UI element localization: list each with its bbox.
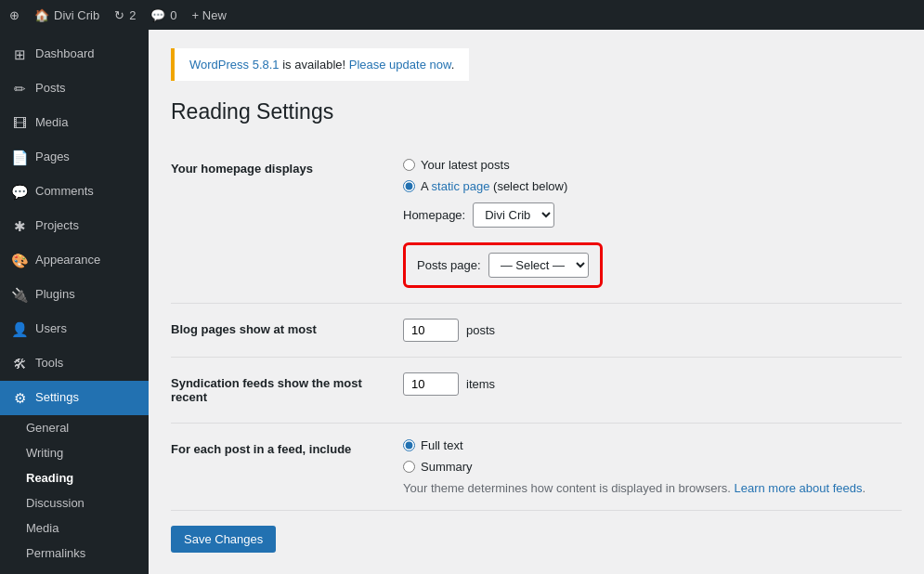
- sidebar-item-dashboard[interactable]: ⊞ Dashboard: [0, 37, 149, 72]
- homepage-value: Your latest posts A static page (select …: [394, 143, 902, 304]
- blog-pages-suffix: posts: [466, 323, 495, 337]
- summary-radio[interactable]: [403, 461, 415, 473]
- submenu-item-permalinks[interactable]: Permalinks: [0, 541, 149, 566]
- main-content: WordPress 5.8.1 is available! Please upd…: [149, 30, 924, 574]
- comments-count[interactable]: 💬 0: [150, 8, 176, 22]
- sidebar-item-appearance[interactable]: 🎨 Appearance: [0, 243, 149, 278]
- static-page-link[interactable]: static page: [432, 179, 490, 193]
- blog-pages-value: posts: [394, 304, 902, 358]
- latest-posts-option: Your latest posts: [403, 158, 892, 172]
- home-icon: 🏠: [34, 8, 49, 22]
- feed-content-value: Full text Summary Your theme determines …: [394, 424, 902, 511]
- sidebar-item-pages[interactable]: 📄 Pages: [0, 140, 149, 175]
- settings-submenu: General Writing Reading Discussion Media…: [0, 415, 149, 566]
- submenu-item-reading[interactable]: Reading: [0, 465, 149, 490]
- homepage-dropdown-row: Homepage: Divi Crib Home Blog About: [403, 202, 892, 228]
- posts-page-select[interactable]: — Select — Blog News Posts: [488, 253, 589, 278]
- admin-bar: ⊕ 🏠 Divi Crib ↻ 2 💬 0 + New: [0, 0, 924, 30]
- feeds-row: Syndication feeds show the most recent i…: [171, 358, 902, 424]
- settings-icon: ⚙: [11, 388, 28, 408]
- blog-pages-label: Blog pages show at most: [171, 304, 394, 358]
- sidebar-item-label: Settings: [35, 389, 79, 406]
- plugins-icon: 🔌: [11, 285, 28, 305]
- appearance-icon: 🎨: [11, 251, 28, 270]
- feed-content-radio-group: Full text Summary: [403, 438, 892, 474]
- submenu-item-discussion[interactable]: Discussion: [0, 490, 149, 515]
- update-notice: WordPress 5.8.1 is available! Please upd…: [171, 48, 469, 81]
- homepage-label: Your homepage displays: [171, 143, 394, 304]
- posts-page-highlighted-row: Posts page: — Select — Blog News Posts: [403, 242, 603, 288]
- full-text-label: Full text: [421, 438, 463, 452]
- feed-content-label: For each post in a feed, include: [171, 424, 394, 511]
- submenu-item-media[interactable]: Media: [0, 515, 149, 541]
- feed-note: Your theme determines how content is dis…: [403, 481, 892, 495]
- sidebar-item-label: Plugins: [35, 286, 75, 303]
- sidebar-item-users[interactable]: 👤 Users: [0, 312, 149, 346]
- summary-option: Summary: [403, 460, 892, 474]
- static-page-label: A static page (select below): [421, 179, 567, 193]
- update-now-link[interactable]: Please update now: [349, 58, 451, 72]
- homepage-row: Your homepage displays Your latest posts: [171, 143, 902, 304]
- save-button[interactable]: Save Changes: [171, 526, 276, 553]
- sidebar-item-label: Media: [35, 114, 68, 131]
- wp-logo[interactable]: ⊕: [9, 8, 20, 22]
- new-menu[interactable]: + New: [192, 8, 227, 22]
- feeds-input[interactable]: [403, 372, 459, 396]
- posts-page-wrapper: Posts page: — Select — Blog News Posts: [403, 235, 892, 288]
- submenu-item-general[interactable]: General: [0, 415, 149, 440]
- users-icon: 👤: [11, 320, 28, 339]
- update-version-link[interactable]: WordPress 5.8.1: [189, 58, 280, 72]
- feeds-suffix: items: [466, 377, 495, 391]
- sidebar-item-label: Posts: [35, 80, 66, 97]
- blog-pages-row: Blog pages show at most posts: [171, 304, 902, 358]
- sidebar-item-label: Users: [35, 320, 67, 337]
- sidebar-item-plugins[interactable]: 🔌 Plugins: [0, 278, 149, 312]
- static-page-option: A static page (select below): [403, 179, 892, 193]
- sidebar-item-label: Appearance: [35, 252, 100, 268]
- sidebar-item-settings[interactable]: ⚙ Settings: [0, 381, 149, 415]
- sidebar-item-tools[interactable]: 🛠 Tools: [0, 346, 149, 381]
- page-title: Reading Settings: [171, 99, 902, 124]
- sidebar-item-comments[interactable]: 💬 Comments: [0, 175, 149, 209]
- blog-pages-input-row: posts: [403, 319, 892, 342]
- feeds-value: items: [394, 358, 902, 424]
- wp-icon: ⊕: [9, 8, 20, 22]
- feeds-label: Syndication feeds show the most recent: [171, 358, 394, 424]
- full-text-radio[interactable]: [403, 439, 415, 451]
- site-name[interactable]: 🏠 Divi Crib: [34, 8, 99, 22]
- dashboard-icon: ⊞: [11, 45, 28, 64]
- sidebar-item-label: Comments: [35, 183, 94, 200]
- homepage-dropdown-label: Homepage:: [403, 208, 465, 222]
- tools-icon: 🛠: [11, 354, 28, 373]
- updates-count[interactable]: ↻ 2: [114, 8, 136, 22]
- sidebar-item-label: Pages: [35, 149, 70, 165]
- sidebar-item-label: Dashboard: [35, 46, 95, 62]
- projects-icon: ✱: [11, 216, 28, 236]
- summary-label: Summary: [421, 460, 473, 474]
- full-text-option: Full text: [403, 438, 892, 452]
- comments-icon: 💬: [11, 182, 28, 202]
- comment-icon: 💬: [150, 8, 165, 22]
- settings-table: Your homepage displays Your latest posts: [171, 143, 902, 511]
- posts-icon: ✏: [11, 79, 28, 98]
- latest-posts-label: Your latest posts: [421, 158, 510, 172]
- feed-content-row: For each post in a feed, include Full te…: [171, 424, 902, 511]
- sidebar-item-media[interactable]: 🎞 Media: [0, 106, 149, 140]
- refresh-icon: ↻: [114, 8, 124, 22]
- static-page-radio[interactable]: [403, 180, 415, 192]
- homepage-select[interactable]: Divi Crib Home Blog About: [473, 202, 554, 228]
- learn-more-link[interactable]: Learn more about feeds: [735, 481, 863, 495]
- posts-page-label: Posts page:: [417, 258, 481, 272]
- blog-pages-input[interactable]: [403, 319, 459, 342]
- feeds-input-row: items: [403, 372, 892, 396]
- sidebar-item-posts[interactable]: ✏ Posts: [0, 72, 149, 106]
- media-icon: 🎞: [11, 113, 28, 133]
- save-row: Save Changes: [171, 511, 902, 567]
- sidebar: ⊞ Dashboard ✏ Posts 🎞 Media 📄 Pages 💬 Co…: [0, 30, 149, 574]
- homepage-radio-group: Your latest posts A static page (select …: [403, 158, 892, 193]
- sidebar-item-projects[interactable]: ✱ Projects: [0, 209, 149, 243]
- latest-posts-radio[interactable]: [403, 159, 415, 171]
- submenu-item-writing[interactable]: Writing: [0, 440, 149, 465]
- settings-form: Your homepage displays Your latest posts: [171, 143, 902, 567]
- pages-icon: 📄: [11, 148, 28, 167]
